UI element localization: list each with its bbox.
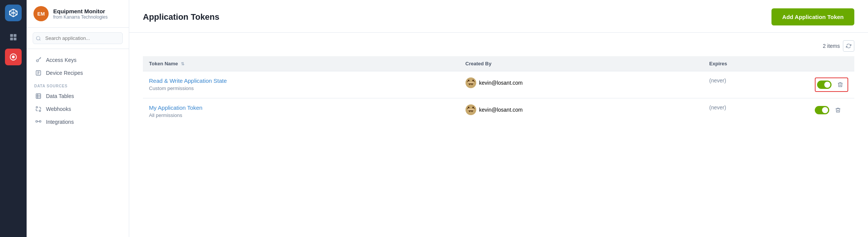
page-header: Application Tokens Add Application Token — [129, 0, 868, 33]
token-permissions: Custom permissions — [149, 85, 194, 91]
svg-rect-36 — [469, 111, 473, 111]
app-name: Equipment Monitor — [53, 8, 108, 14]
svg-rect-19 — [36, 121, 37, 122]
token-name-link[interactable]: Read & Write Application State — [149, 77, 453, 84]
content-area: 2 items Token Name ⇅ Created By Expires — [129, 33, 868, 237]
sidebar-section-label: DATA SOURCES — [27, 79, 129, 90]
svg-point-6 — [36, 36, 40, 40]
nav-device-btn[interactable] — [5, 49, 22, 65]
svg-rect-15 — [36, 94, 41, 98]
token-name-cell: Read & Write Application State Custom pe… — [143, 71, 459, 98]
nav-dashboard-btn[interactable] — [5, 29, 22, 46]
svg-rect-25 — [467, 81, 468, 82]
main-content: Application Tokens Add Application Token… — [129, 0, 868, 237]
svg-line-7 — [40, 39, 41, 40]
svg-rect-0 — [10, 34, 13, 37]
svg-rect-39 — [468, 109, 474, 110]
svg-rect-34 — [467, 108, 468, 109]
search-section — [27, 28, 129, 49]
add-application-token-button[interactable]: Add Application Token — [771, 8, 854, 25]
toggle-enabled[interactable] — [817, 81, 832, 89]
sidebar-item-label: Data Tables — [46, 93, 74, 99]
token-permissions: All permissions — [149, 112, 182, 118]
creator-email: kevin@losant.com — [479, 107, 523, 113]
app-sub: from Kanarra Technologies — [53, 14, 108, 20]
sidebar-item-label: Integrations — [46, 119, 74, 125]
sidebar-nav: Access Keys Device Recipes DATA SOURCES … — [27, 49, 129, 237]
nav-rail — [0, 0, 27, 237]
sidebar-item-label: Device Recipes — [46, 70, 83, 76]
created-by-cell: kevin@losant.com — [459, 98, 703, 125]
col-header-expires: Expires — [703, 56, 809, 71]
sidebar-item-device-recipes[interactable]: Device Recipes — [27, 66, 129, 79]
avatar: EM — [33, 6, 49, 21]
sidebar: EM Equipment Monitor from Kanarra Techno… — [27, 0, 129, 237]
sidebar-item-access-keys[interactable]: Access Keys — [27, 54, 129, 66]
token-name-cell: My Application Token All permissions — [143, 98, 459, 125]
delete-button[interactable] — [835, 79, 846, 90]
user-avatar — [466, 104, 476, 115]
sidebar-item-label: Webhooks — [46, 106, 71, 112]
tokens-table: Token Name ⇅ Created By Expires Read & W… — [143, 56, 854, 124]
table-row: My Application Token All permissions — [143, 98, 854, 125]
svg-rect-35 — [474, 108, 475, 109]
col-header-token-name: Token Name ⇅ — [143, 56, 459, 71]
created-by-cell: kevin@losant.com — [459, 71, 703, 98]
app-header: EM Equipment Monitor from Kanarra Techno… — [27, 0, 129, 28]
svg-rect-32 — [468, 107, 469, 108]
actions-cell — [809, 98, 854, 125]
actions-highlighted-wrapper — [815, 77, 848, 92]
sidebar-item-integrations[interactable]: Integrations — [27, 115, 129, 128]
expires-cell: (never) — [703, 98, 809, 125]
creator-email: kevin@losant.com — [479, 80, 523, 86]
items-count: 2 items — [823, 43, 840, 49]
svg-rect-29 — [472, 84, 472, 85]
delete-button[interactable] — [832, 104, 844, 116]
expires-cell: (never) — [703, 71, 809, 98]
svg-rect-30 — [468, 82, 474, 83]
table-row: Read & Write Application State Custom pe… — [143, 71, 854, 98]
svg-rect-26 — [474, 81, 475, 82]
svg-rect-33 — [472, 107, 474, 108]
svg-point-5 — [12, 55, 14, 58]
sidebar-item-label: Access Keys — [46, 57, 76, 63]
toggle-enabled[interactable] — [815, 106, 829, 114]
svg-rect-1 — [14, 34, 16, 37]
sidebar-item-data-tables[interactable]: Data Tables — [27, 90, 129, 103]
svg-rect-24 — [472, 80, 474, 81]
svg-rect-23 — [468, 80, 469, 81]
refresh-button[interactable] — [843, 40, 854, 52]
svg-rect-2 — [10, 38, 13, 40]
svg-rect-28 — [469, 84, 470, 85]
sort-icon: ⇅ — [181, 62, 184, 66]
table-header-row: Token Name ⇅ Created By Expires — [143, 56, 854, 71]
svg-line-10 — [40, 58, 41, 58]
svg-rect-20 — [40, 121, 41, 122]
items-row: 2 items — [143, 40, 854, 52]
app-logo[interactable] — [5, 5, 22, 21]
col-header-actions — [809, 56, 854, 71]
svg-rect-38 — [472, 111, 472, 112]
svg-rect-3 — [14, 38, 16, 40]
search-input[interactable] — [33, 32, 123, 44]
sidebar-item-webhooks[interactable]: Webhooks — [27, 103, 129, 115]
user-avatar — [466, 77, 476, 88]
actions-wrapper — [815, 104, 848, 116]
svg-rect-37 — [469, 111, 470, 112]
col-header-created-by: Created By — [459, 56, 703, 71]
page-title: Application Tokens — [143, 12, 219, 22]
svg-point-8 — [36, 60, 38, 62]
token-name-link[interactable]: My Application Token — [149, 104, 453, 111]
actions-cell — [809, 71, 854, 98]
svg-rect-27 — [469, 84, 473, 84]
